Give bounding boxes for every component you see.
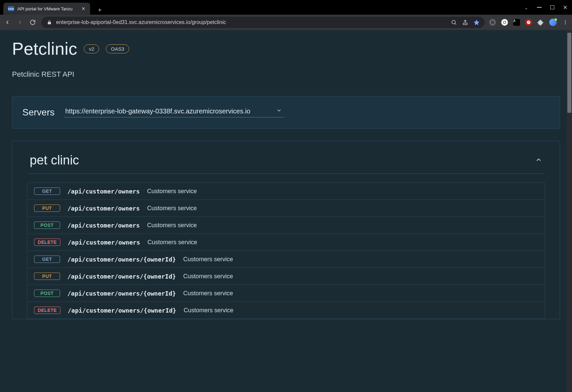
browser-tab[interactable]: vmw API portal for VMware Tanzu ✕ [3, 3, 90, 15]
address-bar[interactable]: enterprise-lob-apiportal-0ed31.svc.azure… [41, 17, 485, 28]
endpoint-description: Customers service [183, 273, 233, 280]
endpoint-description: Customers service [147, 205, 197, 212]
new-tab-button[interactable]: ＋ [95, 5, 105, 15]
http-verb-badge: GET [34, 187, 60, 195]
server-selected-value: https://enterprise-lob-gateway-0338f.svc… [65, 107, 250, 115]
http-verb-badge: GET [34, 256, 60, 263]
endpoint-row[interactable]: DELETE/api/customer/owners/{ownerId}Cust… [27, 302, 545, 319]
endpoint-path: /api/customer/owners [67, 205, 140, 212]
extension-doc-icon[interactable]: A [513, 19, 520, 26]
endpoint-path: /api/customer/owners/{ownerId} [68, 307, 176, 314]
search-page-icon[interactable] [451, 19, 457, 26]
lock-icon [46, 19, 53, 26]
extensions-row: A [489, 19, 569, 26]
servers-label: Servers [22, 107, 54, 118]
endpoint-row[interactable]: GET/api/customer/owners/{ownerId}Custome… [27, 251, 545, 268]
http-verb-badge: DELETE [34, 239, 60, 246]
svg-line-5 [505, 22, 505, 22]
bookmark-star-icon[interactable] [473, 19, 480, 26]
endpoint-description: Customers service [183, 256, 233, 263]
endpoint-path: /api/customer/owners [67, 188, 140, 195]
endpoint-path: /api/customer/owners [67, 222, 140, 229]
svg-point-6 [565, 20, 566, 21]
http-verb-badge: POST [34, 290, 60, 297]
svg-point-7 [565, 22, 566, 23]
section-header[interactable]: pet clinic [27, 150, 545, 174]
http-verb-badge: PUT [34, 273, 60, 280]
profile-avatar[interactable] [549, 19, 557, 26]
oas-badge: OAS3 [106, 44, 129, 53]
svg-rect-2 [463, 23, 467, 25]
endpoint-description: Customers service [147, 222, 197, 229]
svg-point-8 [565, 23, 566, 24]
browser-toolbar: enterprise-lob-apiportal-0ed31.svc.azure… [0, 15, 572, 30]
url-text: enterprise-lob-apiportal-0ed31.svc.azure… [56, 19, 226, 25]
close-tab-icon[interactable]: ✕ [81, 6, 85, 11]
share-icon[interactable] [462, 19, 469, 26]
endpoint-path: /api/customer/owners/{ownerId} [67, 290, 176, 297]
page-title: Petclinic [12, 39, 77, 59]
endpoint-description: Customers service [147, 188, 197, 195]
minimize-button[interactable] [537, 7, 542, 8]
svg-line-1 [455, 23, 456, 24]
window-titlebar: vmw API portal for VMware Tanzu ✕ ＋ ⌄ ✕ [0, 0, 572, 15]
extension-gauge-icon[interactable] [501, 19, 508, 26]
endpoint-row[interactable]: POST/api/customer/ownersCustomers servic… [27, 217, 545, 234]
close-window-button[interactable]: ✕ [563, 4, 567, 11]
extension-camera-icon[interactable] [489, 19, 496, 26]
browser-menu-icon[interactable] [562, 19, 569, 26]
scrollbar-track[interactable] [567, 30, 572, 392]
chevron-down-icon [276, 107, 282, 115]
svg-point-3 [492, 22, 493, 23]
section-title: pet clinic [30, 153, 79, 167]
reload-button[interactable] [29, 18, 37, 26]
extension-red-icon[interactable] [525, 19, 532, 26]
servers-card: Servers https://enterprise-lob-gateway-0… [12, 96, 560, 129]
endpoint-row[interactable]: DELETE/api/customer/ownersCustomers serv… [27, 234, 545, 251]
endpoint-row[interactable]: PUT/api/customer/ownersCustomers service [27, 200, 545, 217]
back-button[interactable] [3, 18, 11, 26]
endpoint-path: /api/customer/owners/{ownerId} [67, 273, 176, 280]
http-verb-badge: POST [34, 222, 60, 229]
tab-favicon: vmw [8, 6, 14, 11]
endpoint-row[interactable]: GET/api/customer/ownersCustomers service [27, 183, 545, 200]
tabs-dropdown-icon[interactable]: ⌄ [524, 4, 528, 11]
endpoint-row[interactable]: PUT/api/customer/owners/{ownerId}Custome… [27, 268, 545, 285]
extensions-menu-icon[interactable] [537, 19, 544, 26]
page-viewport: Petclinic v2 OAS3 Petclinic REST API Ser… [0, 30, 572, 392]
server-select[interactable]: https://enterprise-lob-gateway-0338f.svc… [64, 107, 284, 117]
maximize-button[interactable] [550, 5, 554, 9]
forward-button[interactable] [16, 18, 24, 26]
svg-point-0 [452, 20, 456, 24]
endpoint-description: Customers service [183, 290, 233, 297]
http-verb-badge: DELETE [34, 307, 60, 314]
endpoints-list: GET/api/customer/ownersCustomers service… [27, 182, 545, 319]
endpoint-description: Customers service [184, 307, 233, 314]
endpoint-path: /api/customer/owners/{ownerId} [67, 256, 176, 263]
api-section-card: pet clinic GET/api/customer/ownersCustom… [12, 141, 560, 319]
http-verb-badge: PUT [34, 205, 60, 212]
version-badge: v2 [84, 44, 99, 53]
endpoint-path: /api/customer/owners [68, 239, 140, 246]
chevron-up-icon [535, 156, 542, 165]
endpoint-row[interactable]: POST/api/customer/owners/{ownerId}Custom… [27, 285, 545, 302]
endpoint-description: Customers service [148, 239, 197, 246]
page-subtitle: Petclinic REST API [12, 70, 560, 79]
tab-title: API portal for VMware Tanzu [17, 6, 72, 11]
scrollbar-thumb[interactable] [567, 33, 571, 113]
